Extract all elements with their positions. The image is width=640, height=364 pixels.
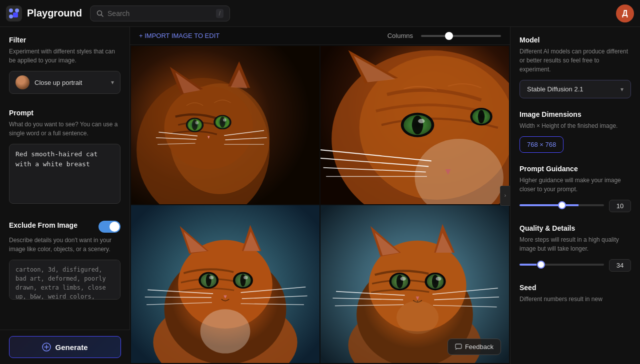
app-title: Playground: [27, 7, 82, 19]
svg-point-85: [396, 275, 403, 288]
avatar[interactable]: Д: [616, 4, 634, 22]
logo-icon: [6, 5, 22, 21]
svg-point-2: [15, 8, 19, 12]
image-cell-1[interactable]: [131, 46, 320, 204]
canvas-collapse-toggle[interactable]: ›: [500, 186, 510, 206]
svg-point-89: [432, 275, 438, 288]
svg-point-63: [209, 276, 214, 279]
svg-point-25: [223, 118, 226, 122]
quality-section: Quality & Details More steps will result…: [520, 224, 631, 272]
guidance-slider-row: 10: [520, 200, 631, 212]
search-input[interactable]: [108, 9, 212, 17]
exclude-textarea[interactable]: cartoon, 3d, disfigured, bad art, deform…: [9, 260, 120, 300]
quality-desc: More steps will result in a high quality…: [520, 235, 631, 253]
model-dropdown[interactable]: Stable Diffusion 2.1 ▾: [520, 80, 631, 98]
generate-button[interactable]: Generate: [9, 336, 121, 358]
columns-slider[interactable]: [421, 35, 501, 37]
svg-point-24: [220, 117, 225, 128]
cat-image-3: [131, 205, 320, 364]
right-sidebar: Model Different AI models can produce di…: [510, 27, 640, 364]
columns-label: Columns: [388, 32, 413, 39]
image-dimensions-section: Image Dimensions Width × Height of the f…: [520, 110, 631, 153]
guidance-desc: Higher guidance will make your image clo…: [520, 176, 631, 194]
prompt-desc: What do you want to see? You can use a s…: [9, 120, 120, 138]
quality-value: 34: [609, 259, 631, 272]
toggle-thumb: [110, 222, 120, 232]
svg-line-70: [145, 297, 212, 297]
svg-point-42: [418, 119, 424, 123]
svg-point-90: [436, 277, 442, 281]
exclude-section: Exclude From Image Describe details you …: [0, 212, 130, 308]
image-cell-2[interactable]: [320, 46, 509, 204]
svg-point-21: [196, 121, 199, 124]
image-cell-3[interactable]: [131, 205, 320, 364]
prompt-title: Prompt: [9, 109, 120, 117]
filter-desc: Experiment with different styles that ca…: [9, 47, 120, 65]
search-shortcut: /: [216, 9, 224, 18]
dimensions-button[interactable]: 768 × 768: [520, 136, 564, 153]
generate-label: Generate: [55, 343, 88, 352]
svg-line-6: [102, 14, 104, 16]
filter-dropdown-label: Close up portrait: [34, 79, 106, 86]
svg-point-41: [412, 115, 423, 134]
generate-btn-container: Generate: [0, 330, 130, 364]
prompt-textarea[interactable]: Red smooth-haired cat with a white breas…: [9, 144, 120, 204]
left-sidebar: Filter Experiment with different styles …: [0, 27, 130, 348]
prompt-section: Prompt What do you want to see? You can …: [0, 100, 130, 212]
logo-area[interactable]: Playground: [6, 5, 82, 21]
svg-point-45: [478, 110, 484, 123]
svg-point-99: [396, 301, 438, 334]
search-bar[interactable]: /: [90, 5, 230, 21]
quality-slider[interactable]: [520, 264, 604, 266]
filter-dropdown[interactable]: Close up portrait ▾: [9, 71, 120, 94]
model-desc: Different AI models can produce differen…: [520, 47, 631, 74]
exclude-desc: Describe details you don't want in your …: [9, 236, 120, 254]
svg-point-20: [192, 119, 198, 130]
svg-point-86: [400, 277, 406, 281]
cat-image-1: [131, 46, 320, 204]
seed-section: Seed Different numbers result in new: [520, 284, 631, 304]
feedback-label: Feedback: [465, 343, 494, 351]
feedback-button[interactable]: Feedback: [448, 339, 501, 355]
guidance-slider-container: 10: [520, 200, 631, 212]
left-sidebar-wrapper: Filter Experiment with different styles …: [0, 27, 130, 364]
svg-line-101: [456, 349, 457, 350]
plus-circle-icon: [42, 343, 51, 352]
main-layout: Filter Experiment with different styles …: [0, 27, 640, 364]
filter-avatar: [16, 75, 30, 89]
svg-point-67: [244, 276, 248, 279]
center-canvas: + IMPORT IMAGE TO EDIT Columns: [130, 27, 510, 364]
image-grid: Feedback: [130, 45, 510, 364]
topnav: Playground / Д: [0, 0, 640, 27]
seed-desc: Different numbers result in new: [520, 295, 631, 304]
quality-title: Quality & Details: [520, 224, 631, 232]
import-image-button[interactable]: + IMPORT IMAGE TO EDIT: [139, 32, 220, 39]
chevron-right-icon: ›: [504, 193, 506, 198]
filter-section: Filter Experiment with different styles …: [0, 27, 130, 100]
filter-avatar-img: [16, 75, 30, 89]
svg-point-1: [9, 8, 13, 12]
svg-point-3: [9, 14, 13, 18]
quality-slider-row: 34: [520, 259, 631, 272]
exclude-toggle[interactable]: [98, 221, 120, 233]
exclude-toggle-row: Exclude From Image: [9, 221, 120, 233]
prompt-guidance-section: Prompt Guidance Higher guidance will mak…: [520, 165, 631, 212]
cat-image-2: [320, 46, 509, 204]
guidance-title: Prompt Guidance: [520, 165, 631, 173]
svg-rect-100: [456, 344, 462, 349]
model-section: Model Different AI models can produce di…: [520, 36, 631, 98]
svg-point-59: [200, 309, 250, 354]
exclude-title: Exclude From Image: [9, 221, 94, 229]
model-chevron-icon: ▾: [620, 86, 624, 93]
chevron-down-icon: ▾: [111, 79, 114, 86]
filter-title: Filter: [9, 36, 120, 44]
guidance-value: 10: [609, 200, 631, 212]
svg-rect-4: [13, 12, 18, 17]
quality-slider-container: 34: [520, 259, 631, 272]
svg-point-13: [164, 86, 253, 169]
seed-title: Seed: [520, 284, 631, 292]
guidance-slider[interactable]: [520, 204, 604, 206]
image-cell-4[interactable]: Feedback: [320, 205, 509, 364]
model-title: Model: [520, 36, 631, 44]
canvas-toolbar: + IMPORT IMAGE TO EDIT Columns: [130, 27, 510, 45]
